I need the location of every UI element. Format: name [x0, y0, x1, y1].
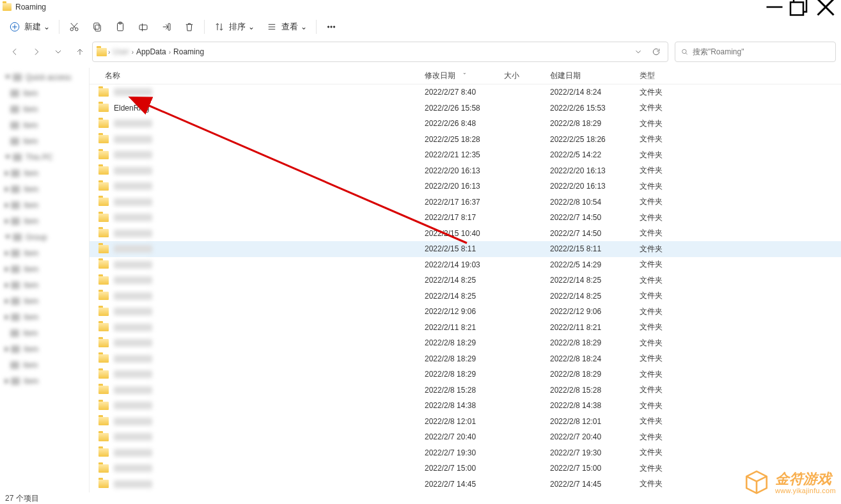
- sidebar-item[interactable]: Item: [0, 277, 89, 293]
- new-button[interactable]: 新建 ⌄: [4, 17, 55, 37]
- col-size[interactable]: 大小: [504, 70, 550, 81]
- minimize-button[interactable]: [762, 0, 787, 14]
- up-button[interactable]: [70, 42, 90, 61]
- table-row[interactable]: 2022/2/14 19:032022/2/5 14:29文件夹: [90, 257, 841, 273]
- folder-icon: [98, 464, 109, 473]
- row-name: [114, 480, 152, 488]
- table-row[interactable]: 2022/2/27 8:402022/2/14 8:24文件夹: [90, 84, 841, 100]
- search-input[interactable]: [693, 47, 830, 56]
- sidebar-item[interactable]: Item: [0, 133, 89, 149]
- table-row[interactable]: 2022/2/11 8:212022/2/11 8:21文件夹: [90, 320, 841, 336]
- sidebar-item[interactable]: Item: [0, 85, 89, 101]
- view-button[interactable]: 查看 ⌄: [261, 17, 312, 37]
- row-created: 2022/2/5 14:29: [550, 260, 640, 269]
- col-name[interactable]: 名称: [98, 70, 425, 81]
- table-row[interactable]: 2022/2/15 8:112022/2/15 8:11文件夹: [90, 241, 841, 257]
- sidebar-item[interactable]: Item: [0, 197, 89, 213]
- sidebar-item[interactable]: Item: [0, 293, 89, 309]
- sidebar-item[interactable]: Item: [0, 165, 89, 181]
- close-button[interactable]: [813, 0, 838, 14]
- sidebar-item[interactable]: Item: [0, 213, 89, 229]
- sidebar-item[interactable]: This PC: [0, 149, 89, 165]
- row-type: 文件夹: [640, 290, 716, 301]
- table-row[interactable]: 2022/2/15 10:402022/2/7 14:50文件夹: [90, 226, 841, 242]
- table-row[interactable]: 2022/2/7 14:452022/2/7 14:45文件夹: [90, 476, 841, 492]
- row-type: 文件夹: [640, 165, 716, 176]
- breadcrumb-user[interactable]: User: [113, 47, 129, 56]
- table-row[interactable]: 2022/2/17 16:372022/2/8 10:54文件夹: [90, 194, 841, 210]
- table-row[interactable]: 2022/2/8 18:292022/2/8 18:29文件夹: [90, 366, 841, 382]
- table-row[interactable]: 2022/2/20 16:132022/2/20 16:13文件夹: [90, 178, 841, 194]
- row-name: [114, 182, 152, 190]
- table-row[interactable]: 2022/2/20 16:132022/2/20 16:13文件夹: [90, 163, 841, 179]
- table-row[interactable]: 2022/2/17 8:172022/2/7 14:50文件夹: [90, 210, 841, 226]
- col-type[interactable]: 类型: [640, 70, 716, 81]
- sidebar-item[interactable]: Item: [0, 309, 89, 325]
- watermark-url: www.yikajinfu.com: [775, 487, 836, 494]
- sidebar-item[interactable]: Item: [0, 341, 89, 357]
- cut-button[interactable]: [63, 17, 85, 37]
- table-row[interactable]: 2022/2/21 12:352022/2/5 14:22文件夹: [90, 147, 841, 163]
- row-created: 2022/2/25 18:26: [550, 135, 640, 144]
- search-box[interactable]: [675, 42, 836, 62]
- table-row[interactable]: EldenRing2022/2/26 15:582022/2/26 15:53文…: [90, 100, 841, 116]
- nav-sidebar[interactable]: Quick access Item Item Item Item This PC…: [0, 68, 90, 492]
- table-row[interactable]: 2022/2/7 19:302022/2/7 19:30文件夹: [90, 445, 841, 461]
- table-row[interactable]: 2022/2/25 18:282022/2/25 18:26文件夹: [90, 132, 841, 148]
- maximize-button[interactable]: [787, 0, 813, 14]
- sidebar-item[interactable]: Item: [0, 325, 89, 341]
- row-type: 文件夹: [640, 150, 716, 161]
- sort-desc-icon: ⌄: [462, 70, 467, 75]
- recent-dropdown[interactable]: [49, 42, 68, 61]
- row-created: 2022/2/7 14:50: [550, 229, 640, 238]
- row-name: [114, 88, 152, 96]
- table-row[interactable]: 2022/2/26 8:482022/2/8 18:29文件夹: [90, 116, 841, 132]
- table-row[interactable]: 2022/2/14 8:252022/2/14 8:25文件夹: [90, 272, 841, 288]
- sidebar-item[interactable]: Item: [0, 261, 89, 277]
- share-button[interactable]: [155, 17, 177, 37]
- row-name: [114, 433, 152, 441]
- breadcrumb-roaming[interactable]: Roaming: [173, 47, 204, 56]
- sidebar-item[interactable]: Item: [0, 357, 89, 373]
- table-row[interactable]: 2022/2/14 8:252022/2/14 8:25文件夹: [90, 288, 841, 304]
- refresh-button[interactable]: [647, 43, 665, 61]
- col-modified[interactable]: ⌄ 修改日期: [425, 70, 504, 81]
- breadcrumb-appdata[interactable]: AppData: [136, 47, 166, 56]
- row-type: 文件夹: [640, 322, 716, 333]
- row-created: 2022/2/14 8:24: [550, 88, 640, 97]
- forward-button[interactable]: [27, 42, 46, 61]
- sidebar-item[interactable]: Item: [0, 245, 89, 261]
- sidebar-item[interactable]: Item: [0, 181, 89, 197]
- sidebar-item[interactable]: Item: [0, 373, 89, 389]
- more-button[interactable]: [320, 17, 342, 37]
- table-row[interactable]: 2022/2/8 12:012022/2/8 12:01文件夹: [90, 414, 841, 430]
- delete-button[interactable]: [178, 17, 200, 37]
- copy-button[interactable]: [86, 17, 108, 37]
- table-row[interactable]: 2022/2/7 20:402022/2/7 20:40文件夹: [90, 429, 841, 445]
- separator: [59, 20, 59, 34]
- rename-button[interactable]: [132, 17, 154, 37]
- table-row[interactable]: 2022/2/8 14:382022/2/8 14:38文件夹: [90, 398, 841, 414]
- sort-button[interactable]: 排序 ⌄: [208, 17, 260, 37]
- table-row[interactable]: 2022/2/12 9:062022/2/12 9:06文件夹: [90, 304, 841, 320]
- row-type: 文件夹: [640, 353, 716, 364]
- table-row[interactable]: 2022/2/8 18:292022/2/8 18:24文件夹: [90, 351, 841, 367]
- sidebar-item[interactable]: Item: [0, 101, 89, 117]
- row-created: 2022/2/8 18:29: [550, 119, 640, 128]
- sidebar-item[interactable]: Item: [0, 117, 89, 133]
- table-row[interactable]: 2022/2/8 18:292022/2/8 18:29文件夹: [90, 335, 841, 351]
- col-created[interactable]: 创建日期: [550, 70, 640, 81]
- paste-button[interactable]: [109, 17, 131, 37]
- address-dropdown[interactable]: [629, 43, 647, 61]
- table-row[interactable]: 2022/2/7 15:002022/2/7 15:00文件夹: [90, 461, 841, 476]
- sidebar-item[interactable]: Quick access: [0, 69, 89, 85]
- address-bar[interactable]: › User › AppData › Roaming: [92, 42, 668, 62]
- sidebar-item[interactable]: Group: [0, 229, 89, 245]
- row-type: 文件夹: [640, 478, 716, 489]
- search-icon: [680, 47, 689, 56]
- table-row[interactable]: 2022/2/8 15:282022/2/8 15:28文件夹: [90, 382, 841, 398]
- folder-icon: [97, 48, 107, 56]
- back-button[interactable]: [5, 42, 24, 61]
- column-headers[interactable]: 名称 ⌄ 修改日期 大小 创建日期 类型: [90, 68, 841, 84]
- caret-icon: ›: [132, 49, 134, 56]
